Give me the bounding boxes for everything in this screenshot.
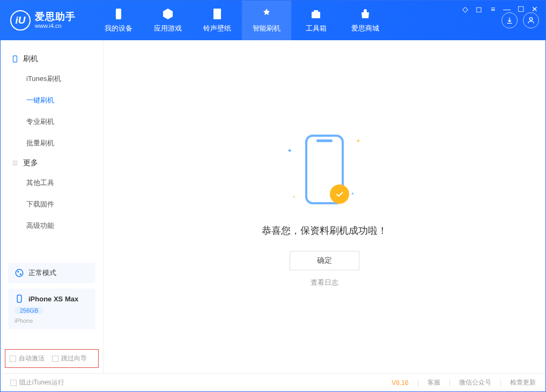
mode-card[interactable]: 正常模式 [8,263,95,283]
sidebar-item-itunes-flash[interactable]: iTunes刷机 [1,68,103,90]
success-badge [330,184,349,204]
link-update[interactable]: 检查更新 [510,378,536,387]
minimize-button[interactable]: — [503,5,511,13]
main-nav: 我的设备 应用游戏 铃声壁纸 智能刷机 工具箱 爱思商城 [94,1,390,40]
titlebar: iU 爱思助手 www.i4.cn 我的设备 应用游戏 铃声壁纸 智能刷机 工具… [1,1,545,40]
nav-my-device[interactable]: 我的设备 [94,1,143,40]
link-wechat[interactable]: 微信公众号 [459,378,491,387]
phone-icon [11,55,19,63]
svg-rect-6 [17,295,21,302]
success-illustration: ✦ ✦ ✦ ✦ [271,127,378,212]
sidebar-section-flash: 刷机 [1,50,103,68]
sidebar-section-more: 更多 [1,154,103,172]
nav-smart-flash[interactable]: 智能刷机 [242,1,291,40]
svg-point-4 [17,271,19,272]
svg-point-3 [16,269,23,277]
sidebar-item-other-tools[interactable]: 其他工具 [1,172,103,194]
device-card[interactable]: iPhone XS Max 256GB iPhone [8,289,95,329]
nav-apps-games[interactable]: 应用游戏 [143,1,193,40]
sidebar-options-highlight: 自动激活 跳过向导 [5,349,99,368]
nav-toolbox[interactable]: 工具箱 [291,1,341,40]
version-label: V8.16 [392,379,408,387]
device-sub: iPhone [14,317,33,324]
download-button[interactable] [501,12,518,28]
success-message: 恭喜您，保资料刷机成功啦！ [262,224,387,237]
device-icon [14,294,24,304]
maximize-button[interactable]: ☐ [517,5,525,13]
close-button[interactable]: ✕ [530,5,539,13]
sidebar-item-pro-flash[interactable]: 专业刷机 [1,111,103,132]
sidebar-item-download-fw[interactable]: 下载固件 [1,194,103,215]
main-content: ✦ ✦ ✦ ✦ 恭喜您，保资料刷机成功啦！ 确定 查看日志 [104,40,545,373]
ok-button[interactable]: 确定 [290,251,359,270]
app-name: 爱思助手 [35,12,76,23]
mode-icon [14,268,24,278]
svg-rect-2 [13,56,17,62]
sidebar-item-batch-flash[interactable]: 批量刷机 [1,132,103,154]
nav-ringtones[interactable]: 铃声壁纸 [193,1,242,40]
list-icon [11,159,19,167]
feedback-icon[interactable]: ◻ [475,5,483,13]
app-url: www.i4.cn [35,23,76,29]
device-capacity: 256GB [14,307,43,314]
menu-icon[interactable]: ≡ [489,5,497,13]
link-support[interactable]: 客服 [427,378,440,387]
statusbar: 阻止iTunes运行 V8.16 | 客服 | 微信公众号 | 检查更新 [1,373,545,391]
sidebar: 刷机 iTunes刷机 一键刷机 专业刷机 批量刷机 更多 其他工具 下载固件 … [1,40,104,373]
window-controls: ◇ ◻ ≡ — ☐ ✕ [461,5,539,13]
svg-rect-0 [116,9,121,19]
svg-point-1 [529,18,532,20]
mode-label: 正常模式 [28,268,56,278]
view-log-link[interactable]: 查看日志 [311,278,338,287]
nav-store[interactable]: 爱思商城 [341,1,390,40]
checkbox-block-itunes[interactable]: 阻止iTunes运行 [10,378,64,387]
logo-icon: iU [10,10,31,31]
skin-icon[interactable]: ◇ [461,5,469,13]
sidebar-item-oneclick-flash[interactable]: 一键刷机 [1,90,103,111]
sidebar-item-advanced[interactable]: 高级功能 [1,215,103,236]
svg-point-5 [20,273,21,275]
device-name: iPhone XS Max [28,295,78,303]
account-button[interactable] [523,12,539,28]
checkbox-skip-guide[interactable]: 跳过向导 [52,354,87,363]
app-logo: iU 爱思助手 www.i4.cn [10,10,76,31]
checkbox-auto-activate[interactable]: 自动激活 [10,354,45,363]
